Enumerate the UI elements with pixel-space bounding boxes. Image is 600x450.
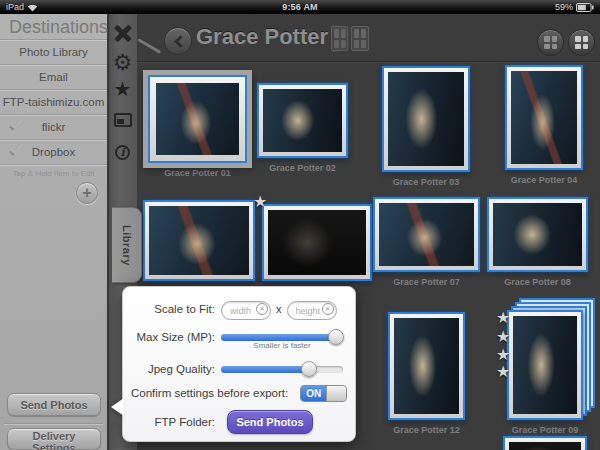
photo-thumbnail[interactable]: Grace Potter 03 bbox=[382, 66, 470, 187]
info-icon: i bbox=[115, 145, 130, 160]
battery-icon bbox=[576, 3, 594, 12]
checkmark-icon bbox=[9, 147, 27, 157]
info-button[interactable]: i bbox=[108, 139, 137, 165]
max-size-slider[interactable] bbox=[221, 334, 343, 341]
send-photos-button[interactable]: Send Photos bbox=[227, 410, 313, 434]
photo-image bbox=[513, 316, 577, 414]
toggle-knob[interactable] bbox=[326, 386, 346, 401]
photo-frame bbox=[388, 312, 465, 420]
gear-icon: ⚙ bbox=[113, 52, 133, 74]
photo-thumbnail[interactable]: Grace Potter 05 bbox=[143, 200, 255, 296]
photo-frame bbox=[257, 83, 348, 158]
photo-label: Grace Potter 12 bbox=[388, 425, 465, 435]
photo-thumbnail[interactable]: Grace Potter 08 bbox=[487, 197, 588, 287]
close-button[interactable] bbox=[108, 20, 137, 46]
ftp-folder-row: FTP Folder: Send Photos bbox=[131, 409, 347, 435]
album-stack-button[interactable] bbox=[331, 26, 369, 51]
photo-frame bbox=[373, 197, 480, 272]
library-tab[interactable]: Library bbox=[112, 207, 142, 283]
photo-image bbox=[156, 83, 239, 155]
device-label: iPad bbox=[6, 2, 24, 12]
photo-frame bbox=[148, 75, 247, 163]
popover-arrow bbox=[111, 398, 124, 416]
clear-width-icon[interactable]: × bbox=[256, 303, 268, 315]
photo-thumbnail[interactable] bbox=[503, 436, 587, 450]
confirm-row: Confirm settings before export: ON bbox=[131, 383, 347, 403]
rating-star-icon: ★ bbox=[253, 194, 267, 210]
button-divider bbox=[4, 423, 103, 424]
slider-thumb[interactable] bbox=[301, 361, 317, 377]
destination-photo-library[interactable]: Photo Library bbox=[0, 40, 107, 65]
photo-frame bbox=[507, 310, 583, 420]
star-rating-button[interactable]: ★ bbox=[108, 76, 137, 102]
photo-frame bbox=[143, 200, 255, 281]
album-page-icon bbox=[351, 26, 369, 51]
destination-label: FTP-taishimizu.com bbox=[3, 96, 105, 108]
send-photos-sidebar-button[interactable]: Send Photos bbox=[7, 393, 101, 416]
destinations-list: Photo Library Email FTP-taishimizu.com f… bbox=[0, 40, 107, 165]
settings-button[interactable]: ⚙ bbox=[108, 50, 137, 76]
scale-to-fit-row: Scale to Fit: × x × bbox=[131, 295, 347, 323]
photo-image bbox=[268, 210, 366, 275]
toggle-on-label: ON bbox=[301, 386, 326, 401]
photo-image bbox=[388, 72, 464, 166]
photo-thumbnail[interactable]: ★ Grace Potter 06 bbox=[262, 204, 372, 296]
photo-image bbox=[263, 89, 342, 152]
width-field-wrap: × bbox=[221, 300, 271, 319]
scale-icon bbox=[114, 113, 132, 127]
close-icon bbox=[114, 24, 132, 42]
photo-image bbox=[379, 203, 474, 266]
rating-star-icon: ★ bbox=[496, 347, 510, 363]
jpeg-quality-label: Jpeg Quality: bbox=[131, 363, 215, 375]
photo-image bbox=[394, 318, 459, 414]
delivery-settings-button[interactable]: Delivery Settings bbox=[7, 428, 101, 450]
scale-button[interactable] bbox=[108, 107, 137, 133]
photo-frame bbox=[262, 204, 372, 281]
photo-thumbnail[interactable]: Grace Potter 04 bbox=[505, 65, 583, 185]
jpeg-quality-slider[interactable] bbox=[221, 366, 343, 373]
add-destination-button[interactable]: + bbox=[76, 182, 98, 204]
photo-label: Grace Potter 08 bbox=[487, 277, 588, 287]
photo-thumbnail[interactable]: Grace Potter 01 bbox=[148, 75, 247, 178]
grid-size-large-button[interactable] bbox=[568, 29, 595, 56]
photo-thumbnail[interactable]: Grace Potter 02 bbox=[257, 83, 348, 173]
library-tab-label: Library bbox=[121, 225, 133, 266]
chevron-left-icon bbox=[174, 35, 187, 48]
grid-size-small-button[interactable] bbox=[537, 29, 564, 56]
checkmark-icon bbox=[9, 122, 27, 132]
app-screen: iPad 9:56 AM 59% Destinations Photo Libr… bbox=[0, 0, 600, 450]
slider-fill bbox=[221, 334, 343, 341]
sidebar-title: Destinations bbox=[0, 14, 107, 40]
photo-image bbox=[511, 71, 577, 164]
photo-image bbox=[149, 206, 249, 275]
back-button[interactable] bbox=[164, 27, 192, 55]
destination-ftp[interactable]: FTP-taishimizu.com bbox=[0, 90, 107, 115]
slider-fill bbox=[221, 366, 309, 373]
grid-icon bbox=[544, 36, 557, 49]
ftp-folder-label: FTP Folder: bbox=[131, 416, 215, 428]
dimension-separator: x bbox=[276, 303, 282, 315]
rating-star-icon: ★ bbox=[496, 329, 510, 345]
jpeg-quality-row: Jpeg Quality: bbox=[131, 357, 347, 381]
confirm-label: Confirm settings before export: bbox=[131, 387, 288, 399]
clock: 9:56 AM bbox=[126, 2, 474, 12]
max-size-label: Max Size (MP): bbox=[131, 331, 215, 343]
height-field-wrap: × bbox=[287, 300, 337, 319]
photo-label: Grace Potter 04 bbox=[505, 175, 583, 185]
confirm-toggle[interactable]: ON bbox=[300, 385, 347, 402]
destination-label: Photo Library bbox=[19, 46, 87, 58]
destination-email[interactable]: Email bbox=[0, 65, 107, 90]
photo-frame bbox=[503, 436, 587, 450]
destination-dropbox[interactable]: Dropbox bbox=[0, 140, 107, 165]
photo-thumbnail[interactable]: Grace Potter 12 bbox=[388, 312, 465, 435]
photo-frame bbox=[382, 66, 470, 172]
photo-stack-thumbnail[interactable]: ★ ★ ★ ★ Grace Potter 09 bbox=[507, 310, 583, 435]
photo-frame bbox=[505, 65, 583, 170]
pointer-line-icon bbox=[137, 38, 161, 54]
grid-icon bbox=[575, 36, 588, 49]
clear-height-icon[interactable]: × bbox=[322, 303, 334, 315]
destination-flickr[interactable]: flickr bbox=[0, 115, 107, 140]
photo-thumbnail[interactable]: Grace Potter 07 bbox=[373, 197, 480, 287]
page-title: Grace Potter bbox=[196, 24, 328, 50]
photo-frame bbox=[487, 197, 588, 272]
